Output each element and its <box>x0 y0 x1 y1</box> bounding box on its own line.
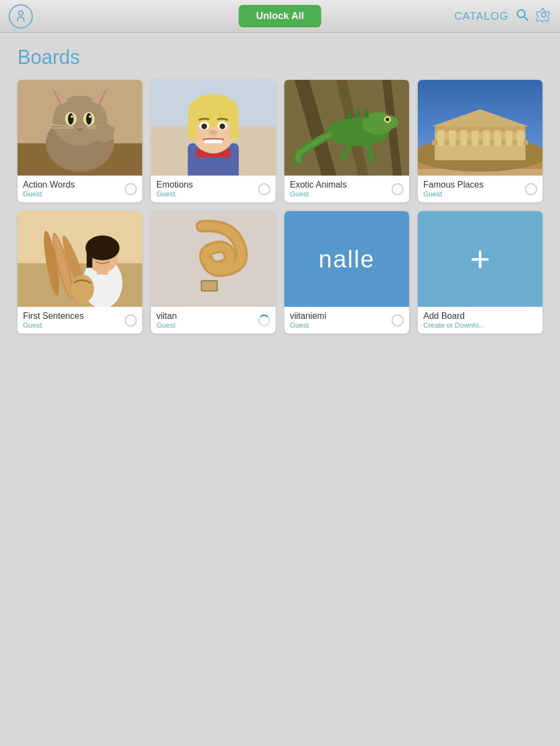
board-card-viitan[interactable]: viitan Guest <box>151 211 276 334</box>
board-footer-famous-places: Famous Places Guest <box>418 176 542 202</box>
svg-point-3 <box>541 13 546 17</box>
svg-rect-68 <box>483 130 489 146</box>
board-footer-emotions: Emotions Guest <box>151 176 276 202</box>
board-info-viitan: viitan Guest <box>156 311 177 329</box>
board-card-add-board[interactable]: + Add Board Create or Downlo... <box>418 211 542 334</box>
add-plus-icon: + <box>470 242 490 277</box>
board-image-viitan <box>151 211 276 307</box>
board-owner-viitan: Guest <box>156 321 177 329</box>
svg-point-17 <box>89 115 91 118</box>
svg-point-39 <box>219 124 225 129</box>
app-logo[interactable] <box>9 4 33 28</box>
svg-rect-64 <box>438 130 444 146</box>
board-card-action-words[interactable]: Action Words Guest <box>18 80 142 202</box>
board-owner-exotic-animals: Guest <box>290 190 347 198</box>
settings-icon[interactable] <box>536 7 551 26</box>
board-radio-first-sentences[interactable] <box>125 314 137 327</box>
board-owner-add-board: Create or Downlo... <box>423 321 485 329</box>
svg-point-15 <box>86 113 91 125</box>
board-card-emotions[interactable]: Emotions Guest <box>151 80 276 202</box>
board-radio-exotic-animals[interactable] <box>392 183 404 195</box>
board-footer-exotic-animals: Exotic Animals Guest <box>284 176 409 202</box>
board-card-viitaniemi[interactable]: nalle viitaniemi Guest <box>284 211 409 334</box>
svg-rect-62 <box>432 141 528 145</box>
board-radio-emotions[interactable] <box>258 183 270 195</box>
board-footer-add-board: Add Board Create or Downlo... <box>418 307 542 334</box>
board-footer-action-words: Action Words Guest <box>18 176 142 202</box>
board-name-exotic-animals: Exotic Animals <box>290 180 347 190</box>
board-owner-action-words: Guest <box>23 190 75 198</box>
board-radio-viitaniemi[interactable] <box>392 314 404 327</box>
board-info-exotic-animals: Exotic Animals Guest <box>290 180 347 198</box>
svg-rect-69 <box>494 130 501 146</box>
header-right-controls: CATALOG <box>454 7 551 26</box>
board-footer-viitaniemi: viitaniemi Guest <box>284 307 409 334</box>
board-image-add-board: + <box>418 211 542 307</box>
board-image-exotic-animals <box>284 80 409 176</box>
svg-rect-66 <box>460 130 467 146</box>
svg-rect-34 <box>188 111 196 139</box>
board-radio-famous-places[interactable] <box>525 183 537 195</box>
svg-point-86 <box>71 275 94 303</box>
catalog-label[interactable]: CATALOG <box>454 10 509 22</box>
svg-point-85 <box>106 252 111 258</box>
board-name-famous-places: Famous Places <box>423 180 483 190</box>
svg-point-0 <box>19 11 23 15</box>
board-footer-viitan: viitan Guest <box>151 307 276 334</box>
board-radio-action-words[interactable] <box>125 183 137 195</box>
main-content: Boards <box>0 33 560 347</box>
svg-point-84 <box>94 252 100 258</box>
board-image-emotions <box>151 80 276 176</box>
board-card-first-sentences[interactable]: First Sentences Guest <box>18 211 142 334</box>
board-card-exotic-animals[interactable]: Exotic Animals Guest <box>284 80 409 202</box>
nalle-text: nalle <box>319 246 375 273</box>
board-owner-emotions: Guest <box>156 190 193 198</box>
search-icon[interactable] <box>515 8 529 25</box>
board-name-viitaniemi: viitaniemi <box>290 311 326 321</box>
svg-point-40 <box>209 130 218 135</box>
board-owner-viitaniemi: Guest <box>290 321 326 329</box>
board-owner-first-sentences: Guest <box>23 321 84 329</box>
board-info-action-words: Action Words Guest <box>23 180 75 198</box>
svg-rect-70 <box>506 130 512 146</box>
svg-rect-65 <box>449 130 456 146</box>
svg-rect-67 <box>471 130 478 146</box>
unlock-all-button[interactable]: Unlock All <box>238 5 321 27</box>
board-grid: Action Words Guest <box>18 80 542 334</box>
svg-point-51 <box>386 118 389 121</box>
svg-rect-83 <box>86 248 92 267</box>
board-info-first-sentences: First Sentences Guest <box>23 311 84 329</box>
board-info-viitaniemi: viitaniemi Guest <box>290 311 326 329</box>
app-header: Unlock All CATALOG <box>0 0 560 33</box>
board-name-add-board: Add Board <box>423 311 485 321</box>
board-footer-first-sentences: First Sentences Guest <box>18 307 142 334</box>
board-image-famous-places <box>418 80 542 176</box>
board-name-first-sentences: First Sentences <box>23 311 84 321</box>
board-card-famous-places[interactable]: Famous Places Guest <box>418 80 542 202</box>
svg-rect-71 <box>517 130 523 146</box>
board-name-emotions: Emotions <box>156 180 193 190</box>
board-info-add-board: Add Board Create or Downlo... <box>423 311 485 329</box>
page-title: Boards <box>18 46 542 69</box>
unlock-all-container: Unlock All <box>238 5 321 27</box>
board-owner-famous-places: Guest <box>423 190 483 198</box>
svg-point-26 <box>107 126 115 133</box>
board-radio-viitan[interactable] <box>258 314 270 327</box>
svg-rect-35 <box>230 111 238 139</box>
svg-point-38 <box>201 124 207 129</box>
svg-line-2 <box>524 16 528 20</box>
svg-point-14 <box>68 113 73 125</box>
board-name-action-words: Action Words <box>23 180 75 190</box>
board-name-viitan: viitan <box>156 311 177 321</box>
board-image-first-sentences <box>18 211 142 307</box>
svg-rect-89 <box>202 281 217 290</box>
svg-point-16 <box>71 115 73 118</box>
board-info-famous-places: Famous Places Guest <box>423 180 483 198</box>
board-image-action-words <box>18 80 142 176</box>
board-image-viitaniemi: nalle <box>284 211 409 307</box>
board-info-emotions: Emotions Guest <box>156 180 193 198</box>
